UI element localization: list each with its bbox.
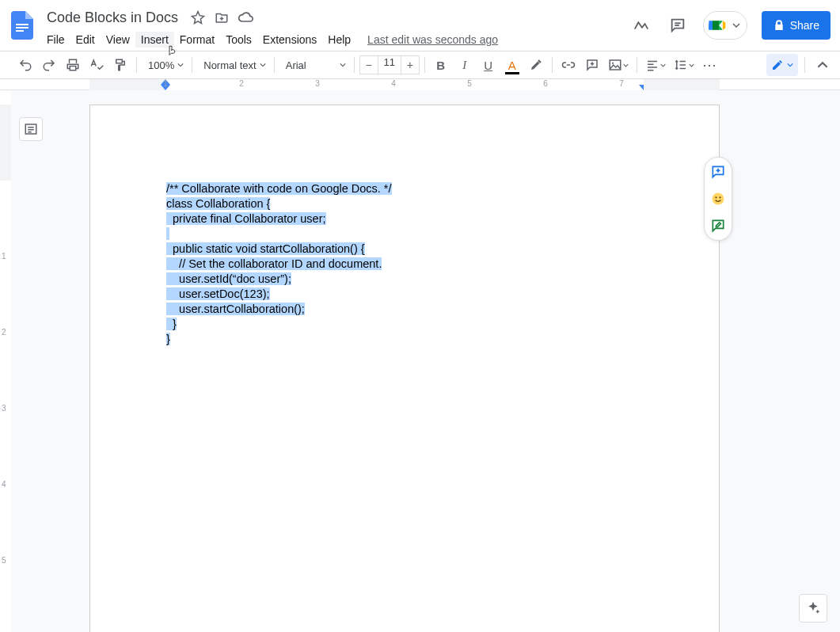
- share-label: Share: [790, 19, 819, 32]
- menu-file[interactable]: File: [41, 32, 70, 48]
- ruler-number: 4: [391, 79, 396, 88]
- separator: [354, 57, 355, 73]
- menu-edit[interactable]: Edit: [70, 32, 101, 48]
- outline-button[interactable]: [19, 117, 43, 141]
- svg-rect-2: [16, 30, 24, 32]
- separator: [637, 57, 637, 73]
- code-line[interactable]: class Collaboration {: [166, 196, 643, 211]
- spellcheck-button[interactable]: [86, 54, 108, 76]
- svg-rect-5: [610, 60, 621, 70]
- code-line[interactable]: /** Collaborate with code on Google Docs…: [166, 181, 643, 196]
- menu-insert[interactable]: Insert: [135, 32, 174, 48]
- font-size-decrease-button[interactable]: −: [359, 55, 378, 74]
- menu-tools[interactable]: Tools: [220, 32, 257, 48]
- undo-button[interactable]: [14, 54, 36, 76]
- horizontal-ruler[interactable]: 1234567: [89, 79, 720, 90]
- line-spacing-button[interactable]: [671, 54, 697, 76]
- ruler-number: 3: [315, 79, 320, 88]
- add-comment-button[interactable]: [581, 54, 603, 76]
- lock-icon: [773, 19, 785, 32]
- explore-button[interactable]: [799, 594, 827, 622]
- collapse-button[interactable]: [811, 54, 834, 76]
- ruler-number: 6: [543, 79, 548, 88]
- svg-point-6: [612, 63, 614, 64]
- font-size-increase-button[interactable]: +: [401, 55, 420, 74]
- vertical-ruler[interactable]: 123456: [0, 90, 11, 632]
- share-button[interactable]: Share: [762, 11, 830, 40]
- chevron-down-icon: [732, 21, 740, 29]
- bold-button[interactable]: B: [430, 54, 452, 76]
- page[interactable]: /** Collaborate with code on Google Docs…: [89, 105, 720, 632]
- code-line[interactable]: user.setDoc(123);: [166, 287, 643, 302]
- suggest-edits-button[interactable]: [709, 216, 728, 235]
- more-button[interactable]: ⋯: [699, 54, 721, 76]
- code-line[interactable]: public static void startCollaboration() …: [166, 242, 643, 257]
- text-color-button[interactable]: A: [501, 54, 523, 76]
- menu-bar: FileEditViewInsertFormatToolsExtensionsH…: [41, 29, 498, 51]
- separator: [192, 57, 192, 73]
- add-comment-bubble-button[interactable]: [709, 162, 728, 181]
- font-select[interactable]: Arial: [279, 54, 349, 76]
- code-line[interactable]: user.startCollaboration();: [166, 302, 643, 317]
- insert-image-button[interactable]: [605, 54, 632, 76]
- menu-view[interactable]: View: [101, 32, 135, 48]
- menu-extensions[interactable]: Extensions: [257, 32, 322, 48]
- insert-link-button[interactable]: [557, 54, 580, 76]
- svg-point-9: [715, 196, 716, 198]
- print-button[interactable]: [62, 54, 84, 76]
- ruler-number: 1: [163, 79, 168, 88]
- zoom-select[interactable]: 100%: [142, 54, 187, 76]
- emoji-reaction-button[interactable]: [709, 189, 728, 208]
- separator: [424, 57, 425, 73]
- svg-rect-1: [16, 27, 29, 29]
- separator: [136, 57, 137, 73]
- ruler-number: 5: [467, 79, 472, 88]
- menu-help[interactable]: Help: [322, 32, 356, 48]
- chevron-down-icon: [787, 62, 793, 68]
- separator: [274, 57, 275, 73]
- paragraph-style-select[interactable]: Normal text: [197, 54, 268, 76]
- code-line[interactable]: }: [166, 317, 643, 332]
- font-value: Arial: [286, 59, 306, 71]
- move-icon[interactable]: [212, 8, 231, 27]
- svg-point-10: [719, 196, 720, 198]
- menu-format[interactable]: Format: [174, 32, 220, 48]
- side-action-bubble: [704, 157, 732, 241]
- ruler-number: 2: [239, 79, 244, 88]
- separator: [804, 57, 805, 73]
- star-icon[interactable]: [188, 8, 207, 27]
- cloud-icon[interactable]: [236, 8, 255, 27]
- ruler-number: 5: [2, 556, 6, 565]
- last-edit-link[interactable]: Last edit was seconds ago: [367, 33, 498, 46]
- zoom-value: 100%: [148, 59, 174, 71]
- align-button[interactable]: [642, 54, 669, 76]
- italic-button[interactable]: I: [454, 54, 476, 76]
- doc-title[interactable]: Code Blocks in Docs: [41, 7, 184, 29]
- toolbar: 100% Normal text Arial − 11 + B I U A ⋯: [0, 51, 840, 79]
- docs-logo[interactable]: [6, 10, 38, 41]
- code-line[interactable]: user.setId(“doc user”);: [166, 272, 643, 287]
- meet-button[interactable]: [703, 11, 747, 40]
- code-line[interactable]: private final Collaborator user;: [166, 211, 643, 227]
- highlight-button[interactable]: [525, 54, 547, 76]
- style-value: Normal text: [203, 59, 256, 71]
- chevron-down-icon: [177, 62, 184, 68]
- page-content[interactable]: /** Collaborate with code on Google Docs…: [166, 181, 643, 347]
- right-indent-marker[interactable]: [639, 85, 648, 90]
- ruler-number: 1: [2, 252, 6, 261]
- comments-icon[interactable]: [667, 14, 689, 36]
- ruler-number: 7: [619, 79, 624, 88]
- code-line[interactable]: }: [166, 332, 643, 347]
- svg-point-8: [713, 193, 724, 205]
- underline-button[interactable]: U: [477, 54, 500, 76]
- code-line[interactable]: // Set the collaborator ID and document.: [166, 257, 643, 272]
- font-size-input[interactable]: 11: [378, 55, 401, 74]
- edit-mode-button[interactable]: [766, 54, 798, 76]
- paint-format-button[interactable]: [109, 54, 131, 76]
- activity-icon[interactable]: [630, 14, 652, 36]
- svg-rect-0: [16, 24, 29, 25]
- code-line[interactable]: [166, 227, 643, 242]
- redo-button[interactable]: [38, 54, 60, 76]
- separator: [552, 57, 553, 73]
- ruler-number: 3: [2, 404, 6, 413]
